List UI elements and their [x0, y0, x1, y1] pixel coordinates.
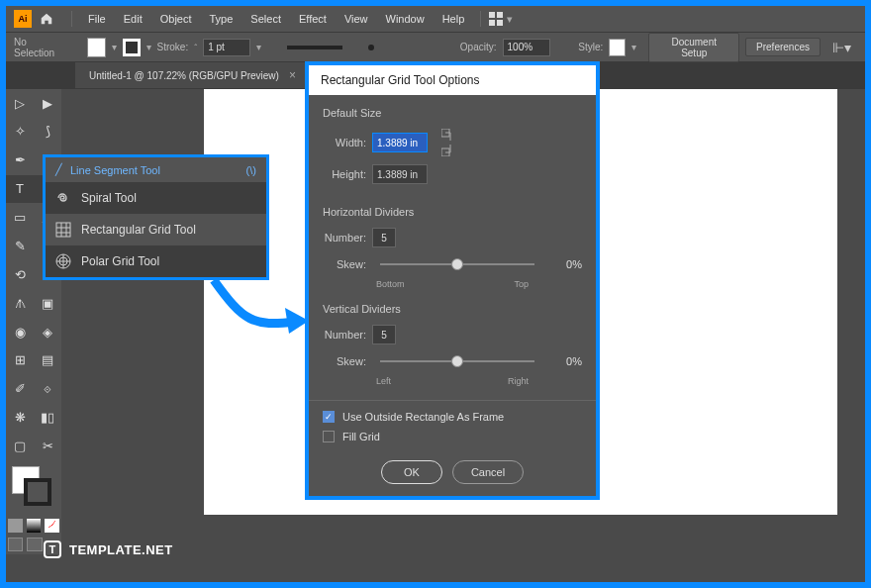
fill-swatch[interactable] — [87, 38, 106, 57]
checkbox-label: Use Outside Rectangle As Frame — [342, 411, 504, 423]
preferences-button[interactable]: Preferences — [745, 38, 821, 56]
v-dividers-heading: Vertical Dividers — [323, 303, 582, 315]
menu-select[interactable]: Select — [242, 9, 289, 29]
checkbox-label: Fill Grid — [342, 431, 380, 442]
width-label: Width: — [323, 137, 366, 148]
layout-icon[interactable] — [489, 12, 503, 26]
h-dividers-heading: Horizontal Dividers — [323, 206, 582, 218]
pen-tool[interactable]: ✒ — [6, 147, 34, 174]
align-icon[interactable]: ⊩▾ — [832, 40, 851, 55]
v-number-input[interactable] — [372, 325, 396, 344]
flyout-item-rect-grid[interactable]: Rectangular Grid Tool — [46, 214, 266, 245]
checkbox-on-icon: ✓ — [323, 411, 335, 423]
rotate-tool[interactable]: ⟲ — [6, 260, 34, 288]
ok-button[interactable]: OK — [381, 460, 442, 484]
type-tool[interactable]: T — [6, 175, 34, 203]
flyout-label: Polar Grid Tool — [81, 254, 159, 268]
number-label: Number: — [323, 232, 366, 244]
skew-label: Skew: — [323, 258, 366, 270]
style-swatch[interactable] — [609, 39, 626, 56]
watermark-text: TEMPLATE.NET — [69, 542, 173, 557]
link-dimensions-icon[interactable] — [441, 129, 457, 156]
flyout-item-spiral[interactable]: Spiral Tool — [46, 182, 266, 214]
number-label: Number: — [323, 329, 366, 341]
annotation-arrow-icon — [204, 272, 313, 351]
menu-effect[interactable]: Effect — [291, 9, 335, 29]
stroke-label: Stroke: — [157, 42, 189, 52]
menu-type[interactable]: Type — [202, 9, 242, 29]
h-skew-value: 0% — [548, 258, 582, 270]
flyout-header-label: Line Segment Tool — [70, 164, 160, 176]
color-mode-row[interactable]: ⟋ — [6, 517, 61, 535]
shaper-tool[interactable]: ✎ — [6, 232, 34, 259]
outside-rectangle-checkbox[interactable]: ✓ Use Outside Rectangle As Frame — [323, 411, 582, 423]
rectangle-tool[interactable]: ▭ — [6, 204, 34, 232]
selection-label: No Selection — [14, 37, 66, 58]
document-tab[interactable]: Untitled-1 @ 107.22% (RGB/GPU Preview) × — [75, 62, 310, 88]
v-skew-left-label: Left — [376, 376, 391, 386]
opacity-label: Opacity: — [460, 42, 497, 52]
svg-rect-0 — [489, 12, 495, 18]
height-input[interactable] — [372, 164, 428, 184]
h-number-input[interactable] — [372, 228, 396, 247]
watermark: T TEMPLATE.NET — [44, 540, 173, 558]
document-setup-button[interactable]: Document Setup — [648, 33, 739, 62]
control-bar: No Selection ▾ ▾ Stroke: ˆ ▾ Opacity: St… — [6, 32, 865, 61]
line-icon: ╱ — [55, 163, 62, 176]
width-tool[interactable]: ⩚ — [6, 289, 34, 317]
brush-preview[interactable] — [287, 46, 342, 49]
selection-tool[interactable]: ▷ — [6, 89, 34, 117]
flyout-label: Spiral Tool — [81, 191, 137, 205]
stroke-input[interactable] — [203, 39, 250, 56]
h-skew-left-label: Bottom — [376, 279, 405, 289]
brush-dot — [368, 45, 374, 50]
grid-options-dialog: Rectangular Grid Tool Options Default Si… — [305, 61, 600, 500]
height-label: Height: — [323, 168, 366, 180]
slice-tool[interactable]: ✂ — [34, 433, 61, 460]
eyedropper-tool[interactable]: ✐ — [6, 375, 34, 403]
h-skew-slider[interactable] — [380, 255, 534, 273]
column-graph-tool[interactable]: ▮▯ — [34, 404, 61, 432]
v-skew-slider[interactable] — [380, 352, 534, 370]
menu-help[interactable]: Help — [435, 9, 473, 29]
mesh-tool[interactable]: ⊞ — [6, 346, 34, 374]
watermark-icon: T — [44, 540, 61, 558]
blend-tool[interactable]: ⟐ — [34, 375, 61, 403]
dialog-title: Rectangular Grid Tool Options — [309, 65, 596, 95]
tab-close-icon[interactable]: × — [289, 68, 296, 82]
stroke-swatch[interactable] — [123, 39, 140, 56]
flyout-label: Rectangular Grid Tool — [81, 223, 196, 237]
cancel-button[interactable]: Cancel — [452, 460, 524, 484]
flyout-shortcut: (\) — [246, 164, 256, 176]
v-skew-value: 0% — [548, 355, 582, 367]
workspace: ▷ ▶ ✧ ⟆ ✒ ≀ T ╱ ▭ 🖌 ✎ ◧ ⟲ ⤢ ⩚ ▣ ◉ ◈ ⊞ ▤ … — [6, 89, 865, 582]
magic-wand-tool[interactable]: ✧ — [6, 118, 34, 146]
polar-grid-icon — [55, 253, 71, 269]
svg-rect-3 — [497, 20, 503, 26]
menu-view[interactable]: View — [337, 9, 376, 29]
free-transform-tool[interactable]: ▣ — [34, 289, 61, 317]
lasso-tool[interactable]: ⟆ — [34, 118, 61, 146]
gradient-tool[interactable]: ▤ — [34, 346, 61, 374]
svg-rect-4 — [56, 223, 70, 237]
fill-stroke-controls[interactable] — [6, 460, 61, 516]
default-size-heading: Default Size — [323, 107, 582, 119]
direct-selection-tool[interactable]: ▶ — [34, 89, 61, 117]
home-icon[interactable] — [40, 12, 53, 26]
perspective-tool[interactable]: ◈ — [34, 318, 61, 345]
spiral-icon — [55, 190, 71, 206]
opacity-input[interactable] — [503, 39, 550, 56]
menu-object[interactable]: Object — [152, 9, 200, 29]
menu-edit[interactable]: Edit — [116, 9, 150, 29]
menu-window[interactable]: Window — [378, 9, 433, 29]
flyout-header[interactable]: ╱ Line Segment Tool (\) — [46, 157, 266, 182]
artboard-tool[interactable]: ▢ — [6, 433, 34, 460]
tab-title: Untitled-1 @ 107.22% (RGB/GPU Preview) — [89, 70, 279, 81]
menu-file[interactable]: File — [80, 9, 114, 29]
fill-grid-checkbox[interactable]: Fill Grid — [323, 431, 582, 442]
shape-builder-tool[interactable]: ◉ — [6, 318, 34, 345]
symbol-sprayer-tool[interactable]: ❋ — [6, 404, 34, 432]
svg-rect-2 — [489, 20, 495, 26]
width-input[interactable] — [372, 133, 428, 152]
checkbox-off-icon — [323, 431, 335, 442]
